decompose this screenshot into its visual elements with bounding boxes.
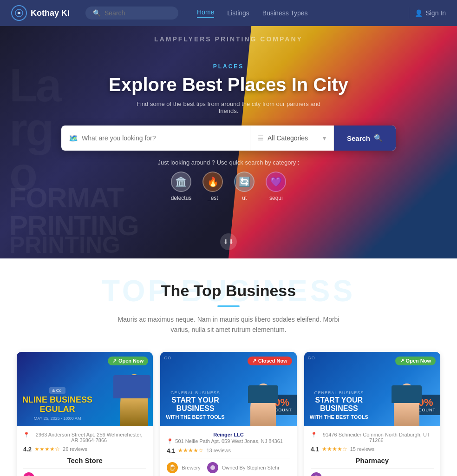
- card-go-label-2: GO: [164, 356, 171, 360]
- share-icon-3: ↗: [400, 358, 404, 364]
- category-label-0: delectus: [171, 195, 192, 201]
- card-subtitle-2: Reinger LLC: [167, 432, 290, 437]
- reviews-3: 15 reviews: [350, 446, 375, 452]
- top-business-section: TOP BUSINESS The Top Business Mauris ac …: [0, 258, 457, 476]
- stars-2: ★★★★☆: [178, 447, 203, 454]
- card-go-label-3: GO: [308, 356, 315, 360]
- user-icon: 👤: [415, 9, 423, 17]
- header-search-icon: 🔍: [93, 9, 101, 17]
- chevron-down-icon: ▾: [323, 134, 326, 142]
- hero-search-box: 🗺️ ☰ All Categories ▾ Search 🔍: [61, 126, 396, 151]
- card-status-badge-1: ↗ Open Now: [108, 357, 148, 365]
- reviews-1: 26 reviews: [63, 446, 87, 452]
- card-img-text-3: GENERAL BUSINESS START YOURBUSINESSWITH …: [304, 385, 374, 426]
- category-icon-1: 🔥: [202, 172, 223, 192]
- business-card-1[interactable]: & Co. NLINE BUSINESSEGULAR MAY 25, 2025 …: [17, 352, 153, 476]
- nav-listings[interactable]: Listings: [227, 9, 249, 17]
- category-pill-1[interactable]: 🔥 _est: [202, 172, 223, 201]
- hero-section: Largo FORMATPRINTING PRINTING LAMPFLYERS…: [0, 26, 457, 258]
- share-icon-1: ↗: [112, 358, 117, 364]
- search-map-icon: 🗺️: [69, 134, 78, 143]
- header-search-input[interactable]: [104, 9, 160, 17]
- card-image-2: GO GENERAL BUSINESS START YOURBUSINESSWI…: [160, 352, 296, 426]
- category-icon-2: 🔄: [234, 172, 255, 192]
- rating-num-1: 4.2: [23, 446, 32, 453]
- reviews-2: 13 reviews: [206, 448, 231, 453]
- nav-business-types[interactable]: Business Types: [262, 9, 308, 17]
- category-icon-3: 💜: [266, 172, 286, 192]
- category-pills: 🏛️ delectus 🔥 _est 🔄 ut 💜 sequi: [171, 172, 287, 201]
- card-image-1: & Co. NLINE BUSINESSEGULAR MAY 25, 2025 …: [17, 352, 153, 426]
- category-dot-3: [311, 472, 322, 476]
- card-body-1: 📍 2963 Anderson Street Apt. 256 Wehnerch…: [17, 426, 153, 476]
- category-pill-0[interactable]: 🏛️ delectus: [171, 172, 192, 201]
- category-label-2: ut: [242, 195, 247, 201]
- card-body-2: Reinger LLC 📍 501 Nellie Path Apt. 059 W…: [160, 426, 296, 476]
- hero-search-field[interactable]: [82, 134, 242, 142]
- card-status-badge-2: ↗ Closed Now: [248, 357, 292, 365]
- business-card-2[interactable]: GO GENERAL BUSINESS START YOURBUSINESSWI…: [160, 352, 296, 476]
- card-status-badge-3: ↗ Open Now: [395, 357, 436, 365]
- category-pill-2[interactable]: 🔄 ut: [234, 172, 255, 201]
- pin-icon-1: 📍: [23, 432, 30, 438]
- card-rating-2: 4.1 ★★★★☆ 13 reviews: [167, 447, 290, 454]
- card-address-1: 📍 2963 Anderson Street Apt. 256 Wehnerch…: [23, 432, 146, 443]
- header-divider: [409, 7, 409, 19]
- logo[interactable]: Kothay Ki: [11, 5, 85, 21]
- card-category-row-1: Owned By Theodore O'Conner: [23, 468, 146, 476]
- header-right: 👤 Sign In: [409, 7, 446, 19]
- category-icon: ☰: [258, 134, 264, 142]
- rating-num-3: 4.1: [311, 446, 319, 453]
- category-label-1: _est: [208, 195, 218, 201]
- hero-places-label: PLACES: [213, 63, 244, 70]
- card-biz-title-2: START YOURBUSINESSWITH THE BEST TOOLS: [166, 396, 224, 421]
- category-icon-0: 🏛️: [171, 172, 191, 192]
- card-rating-3: 4.1 ★★★★☆ 15 reviews: [311, 446, 434, 453]
- card-body-3: 📍 91476 Schneider Common North Draburgh,…: [304, 426, 440, 476]
- scroll-down-button[interactable]: ⬇⬇: [220, 233, 237, 250]
- nav: Home Listings Business Types: [197, 8, 308, 18]
- sign-in-button[interactable]: 👤 Sign In: [415, 9, 446, 17]
- card-address-2: 📍 501 Nellie Path Apt. 059 West Jonas, N…: [167, 438, 290, 444]
- section-divider: [217, 305, 240, 307]
- hero-search-input-area: 🗺️: [61, 126, 250, 151]
- card-title-1: Tech Store: [23, 456, 146, 464]
- section-description: Mauris ac maximus neque. Nam in mauris q…: [112, 314, 345, 335]
- category-pill-3[interactable]: 💜 sequi: [266, 172, 286, 201]
- hero-search-button[interactable]: Search 🔍: [334, 126, 396, 151]
- card-category-row-2: 🍺 Brewery Owned By Stephen Stehr: [167, 458, 290, 473]
- owner-2: Owned By Stephen Stehr: [222, 465, 280, 470]
- card-img-text-1: & Co. NLINE BUSINESSEGULAR MAY 25, 2025 …: [17, 380, 98, 426]
- card-date-1: MAY 25, 2025 · 10:00 AM: [22, 416, 92, 421]
- category-dot-1: [23, 472, 34, 476]
- logo-icon: [11, 5, 27, 21]
- pin-icon-3: 📍: [311, 432, 317, 438]
- card-person-3: [389, 380, 422, 426]
- card-person-2: [246, 380, 278, 426]
- stars-3: ★★★★☆: [322, 446, 347, 452]
- section-title: The Top Business: [11, 282, 446, 300]
- rating-num-2: 4.1: [167, 447, 175, 454]
- quick-search-label: Just looking around ? Use quick search b…: [158, 159, 300, 166]
- category-label: All Categories: [268, 134, 308, 142]
- card-title-3: Pharmacy: [311, 456, 434, 464]
- category-name-brewery: Brewery: [182, 465, 200, 470]
- header: Kothay Ki 🔍 Home Listings Business Types…: [0, 0, 457, 26]
- header-search[interactable]: 🔍: [85, 7, 178, 20]
- category-dot-brewery: 🍺: [167, 462, 178, 473]
- hero-center: PLACES Explore Best Places In City Find …: [0, 26, 457, 258]
- business-cards-grid: & Co. NLINE BUSINESSEGULAR MAY 25, 2025 …: [11, 352, 446, 476]
- search-btn-icon: 🔍: [374, 134, 383, 142]
- card-address-3: 📍 91476 Schneider Common North Draburgh,…: [311, 432, 434, 443]
- nav-home[interactable]: Home: [197, 8, 214, 18]
- share-icon-2: ↗: [252, 358, 256, 364]
- category-select[interactable]: ☰ All Categories ▾: [250, 126, 334, 151]
- card-biz-title-3: START YOURBUSINESSWITH THE BEST TOOLS: [310, 396, 368, 421]
- business-card-3[interactable]: GO GENERAL BUSINESS START YOURBUSINESSWI…: [304, 352, 440, 476]
- card-tag-1: & Co.: [49, 387, 65, 394]
- hero-title: Explore Best Places In City: [109, 73, 348, 96]
- card-category-row-3: Owned By Valentin Bradtke: [311, 468, 434, 476]
- card-category-label-2: GENERAL BUSINESS: [166, 390, 224, 395]
- card-biz-title-1: NLINE BUSINESSEGULAR: [22, 396, 92, 414]
- card-person-1: [111, 366, 153, 426]
